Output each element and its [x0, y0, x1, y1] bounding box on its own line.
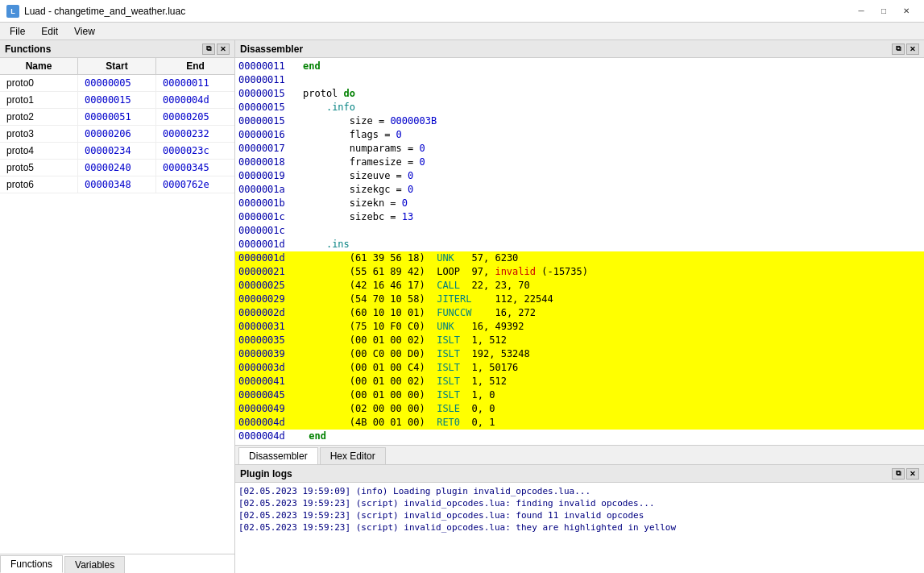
- line-text: flags = 0: [303, 128, 402, 142]
- line-addr: 0000001b: [238, 197, 303, 210]
- line-addr: 00000031: [238, 320, 303, 334]
- row-start: 00000240: [78, 160, 156, 176]
- menu-edit[interactable]: Edit: [35, 24, 64, 39]
- disasm-line: 0000001a sizekgc = 0: [235, 183, 924, 197]
- panel-float-button[interactable]: ⧉: [202, 44, 215, 55]
- disasm-line: 00000035 (00 01 00 02) ISLT 1, 512: [235, 334, 924, 347]
- line-addr: 00000011: [238, 60, 303, 73]
- disasm-line: 00000031 (75 10 F0 C0) UNK 16, 49392: [235, 320, 924, 334]
- row-name: proto0: [0, 75, 78, 91]
- tab-variables[interactable]: Variables: [64, 556, 125, 573]
- col-start: Start: [78, 58, 156, 74]
- row-start: 00000206: [78, 126, 156, 142]
- line-addr: 00000041: [238, 375, 303, 388]
- row-end: 00000011: [156, 75, 234, 91]
- line-text: .ins: [303, 238, 350, 251]
- plugin-logs-title: Plugin logs: [240, 468, 292, 480]
- table-header: Name Start End: [0, 58, 234, 75]
- disasm-line: 00000018 framesize = 0: [235, 156, 924, 169]
- line-text: (60 10 10 01) FUNCCW 16, 272: [303, 306, 536, 320]
- row-end: 00000345: [156, 160, 234, 176]
- close-button[interactable]: ✕: [895, 3, 918, 19]
- line-text: (02 00 00 00) ISLE 0, 0: [303, 402, 495, 416]
- line-text: (00 01 00 02) ISLT 1, 512: [303, 334, 507, 347]
- disassembler-content[interactable]: 00000011 end00000011 00000015 protol do0…: [235, 58, 924, 445]
- row-end: 0000004d: [156, 92, 234, 108]
- line-text: (4B 00 01 00) RET0 0, 1: [303, 416, 495, 430]
- menu-view[interactable]: View: [68, 24, 102, 39]
- line-text: (00 C0 00 D0) ISLT 192, 53248: [303, 347, 530, 361]
- line-text: (00 01 00 02) ISLT 1, 512: [303, 375, 507, 388]
- disasm-line: 00000011 end: [235, 60, 924, 73]
- line-text: end: [303, 60, 321, 73]
- line-addr: 0000001d: [238, 251, 303, 265]
- log-line: [02.05.2023 19:59:23] (script) invalid_o…: [238, 510, 921, 521]
- disasm-line: 00000015 size = 0000003B: [235, 114, 924, 128]
- disasm-close-button[interactable]: ✕: [906, 44, 919, 55]
- plugin-close-button[interactable]: ✕: [906, 468, 919, 480]
- panel-close-button[interactable]: ✕: [217, 44, 230, 55]
- minimize-button[interactable]: ─: [850, 3, 872, 19]
- row-end: 00000232: [156, 126, 234, 142]
- table-row[interactable]: proto2 00000051 00000205: [0, 109, 234, 126]
- titlebar-left: L Luad - changetime_and_weather.luac: [6, 5, 185, 18]
- line-addr: 0000001a: [238, 183, 303, 197]
- line-text: (42 16 46 17) CALL 22, 23, 70: [303, 279, 530, 293]
- disasm-line: 00000039 (00 C0 00 D0) ISLT 192, 53248: [235, 347, 924, 361]
- table-row[interactable]: proto5 00000240 00000345: [0, 160, 234, 176]
- line-text: protol do: [303, 87, 355, 101]
- disassembler-title: Disassembler: [240, 44, 303, 55]
- log-lines: [02.05.2023 19:59:09] (info) Loading plu…: [238, 486, 921, 533]
- log-line: [02.05.2023 19:59:23] (script) invalid_o…: [238, 522, 921, 533]
- row-name: proto5: [0, 160, 78, 176]
- right-top: Disassembler ⧉ ✕ 00000011 end00000011 00…: [235, 40, 924, 465]
- table-row[interactable]: proto4 00000234 0000023c: [0, 143, 234, 160]
- line-addr: 00000021: [238, 265, 303, 279]
- left-bottom-tabs: Functions Variables: [0, 554, 234, 573]
- line-addr: 00000018: [238, 156, 303, 169]
- disasm-line: 0000004d (4B 00 01 00) RET0 0, 1: [235, 416, 924, 430]
- line-addr: 00000015: [238, 114, 303, 128]
- titlebar-title: Luad - changetime_and_weather.luac: [24, 6, 185, 17]
- disasm-line: 00000029 (54 70 10 58) JITERL 112, 22544: [235, 293, 924, 306]
- disasm-float-button[interactable]: ⧉: [892, 44, 905, 55]
- tab-hex-editor[interactable]: Hex Editor: [320, 447, 386, 464]
- line-text: (54 70 10 58) JITERL 112, 22544: [303, 293, 553, 306]
- disasm-line: 0000001d .ins: [235, 238, 924, 251]
- plugin-logs: Plugin logs ⧉ ✕ [02.05.2023 19:59:09] (i…: [235, 465, 924, 573]
- line-text: end: [303, 430, 326, 443]
- table-row[interactable]: proto6 00000348 0000762e: [0, 176, 234, 193]
- row-start: 00000051: [78, 109, 156, 125]
- app-icon: L: [6, 5, 19, 18]
- disasm-line: 0000001c sizebc = 13: [235, 210, 924, 224]
- line-addr: 00000035: [238, 334, 303, 347]
- line-addr: 0000004d: [238, 416, 303, 430]
- tab-functions[interactable]: Functions: [0, 555, 63, 573]
- table-row[interactable]: proto1 00000015 0000004d: [0, 92, 234, 109]
- panel-controls: ⧉ ✕: [202, 44, 230, 55]
- disasm-line: 00000017 numparams = 0: [235, 142, 924, 156]
- tab-disassembler[interactable]: Disassembler: [238, 447, 318, 464]
- disasm-line: 0000002d (60 10 10 01) FUNCCW 16, 272: [235, 306, 924, 320]
- disasm-line: 00000021 (55 61 89 42) LOOP 97, invalid …: [235, 265, 924, 279]
- row-end: 0000762e: [156, 176, 234, 193]
- line-text: framesize = 0: [303, 156, 425, 169]
- line-addr: 00000025: [238, 279, 303, 293]
- menubar: File Edit View: [0, 23, 924, 40]
- plugin-float-button[interactable]: ⧉: [892, 468, 905, 480]
- col-name: Name: [0, 58, 78, 74]
- functions-rows: proto0 00000005 00000011 proto1 00000015…: [0, 75, 234, 193]
- titlebar: L Luad - changetime_and_weather.luac ─ □…: [0, 0, 924, 23]
- disasm-controls: ⧉ ✕: [892, 44, 919, 55]
- table-row[interactable]: proto3 00000206 00000232: [0, 126, 234, 143]
- log-line: [02.05.2023 19:59:23] (script) invalid_o…: [238, 498, 921, 509]
- line-text: (00 01 00 C4) ISLT 1, 50176: [303, 361, 518, 375]
- disasm-lines: 00000011 end00000011 00000015 protol do0…: [235, 60, 924, 443]
- col-end: End: [156, 58, 234, 74]
- functions-panel-header: Functions ⧉ ✕: [0, 40, 234, 58]
- table-row[interactable]: proto0 00000005 00000011: [0, 75, 234, 92]
- menu-file[interactable]: File: [3, 24, 31, 39]
- maximize-button[interactable]: □: [872, 3, 895, 19]
- line-addr: 0000001c: [238, 224, 303, 238]
- disasm-line: 00000025 (42 16 46 17) CALL 22, 23, 70: [235, 279, 924, 293]
